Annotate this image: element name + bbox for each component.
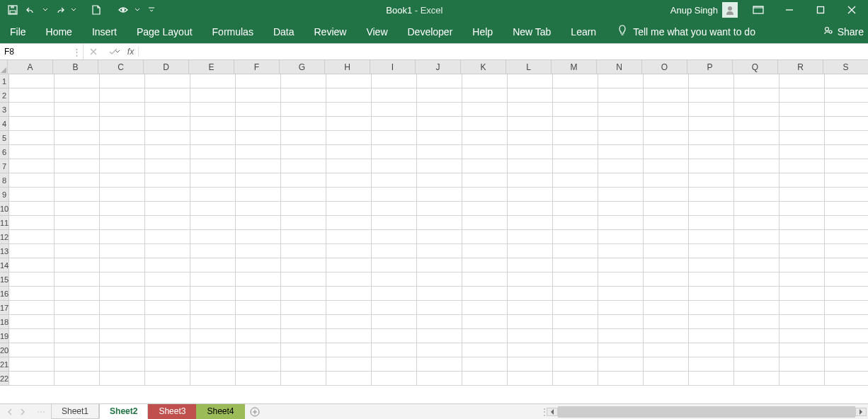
cell[interactable] <box>417 258 462 272</box>
cell[interactable] <box>372 301 417 315</box>
ribbon-tab-page-layout[interactable]: Page Layout <box>127 20 202 43</box>
cell[interactable] <box>598 287 644 301</box>
cell[interactable] <box>281 372 326 386</box>
cell[interactable] <box>55 145 100 159</box>
row-header[interactable]: 13 <box>0 244 9 258</box>
cell[interactable] <box>55 74 100 88</box>
cell[interactable] <box>644 258 689 272</box>
cell[interactable] <box>145 159 190 173</box>
cell[interactable] <box>508 103 553 117</box>
cell[interactable] <box>780 343 825 357</box>
cell[interactable] <box>462 173 508 188</box>
ribbon-tab-developer[interactable]: Developer <box>398 20 463 43</box>
cell[interactable] <box>598 244 644 258</box>
cell[interactable] <box>326 230 372 244</box>
cell[interactable] <box>553 173 598 188</box>
cell[interactable] <box>9 343 55 357</box>
scroll-left-icon[interactable] <box>547 408 558 416</box>
cell[interactable] <box>326 372 372 386</box>
cell[interactable] <box>553 329 598 343</box>
row-header[interactable]: 21 <box>0 357 9 372</box>
cell[interactable] <box>281 343 326 357</box>
cell[interactable] <box>326 258 372 272</box>
column-header[interactable]: Q <box>733 60 778 74</box>
cell[interactable] <box>190 188 236 202</box>
cell[interactable] <box>734 173 780 188</box>
cell[interactable] <box>281 88 326 103</box>
sheet-tab-sheet4[interactable]: Sheet4 <box>196 404 244 419</box>
cell[interactable] <box>145 145 190 159</box>
cell[interactable] <box>734 159 780 173</box>
cell[interactable] <box>508 230 553 244</box>
cell[interactable] <box>236 287 281 301</box>
cell[interactable] <box>372 103 417 117</box>
cell[interactable] <box>281 103 326 117</box>
column-header[interactable]: G <box>280 60 325 74</box>
cell[interactable] <box>553 216 598 230</box>
cell[interactable] <box>644 244 689 258</box>
cell[interactable] <box>281 357 326 372</box>
cell[interactable] <box>508 272 553 287</box>
cell[interactable] <box>689 202 734 216</box>
cell[interactable] <box>598 188 644 202</box>
cell[interactable] <box>462 145 508 159</box>
cell[interactable] <box>190 145 236 159</box>
cell[interactable] <box>825 103 868 117</box>
cell[interactable] <box>689 131 734 145</box>
ribbon-tab-insert[interactable]: Insert <box>82 20 127 43</box>
cell[interactable] <box>100 145 145 159</box>
cell[interactable] <box>326 357 372 372</box>
cell[interactable] <box>236 103 281 117</box>
row-header[interactable]: 15 <box>0 272 9 287</box>
cell[interactable] <box>145 329 190 343</box>
column-header[interactable]: C <box>98 60 144 74</box>
cell[interactable] <box>689 343 734 357</box>
cell[interactable] <box>372 117 417 131</box>
cell[interactable] <box>644 74 689 88</box>
cell[interactable] <box>100 88 145 103</box>
cell[interactable] <box>9 301 55 315</box>
cell[interactable] <box>508 244 553 258</box>
cell[interactable] <box>145 357 190 372</box>
cell[interactable] <box>190 103 236 117</box>
cell[interactable] <box>100 173 145 188</box>
cell[interactable] <box>780 159 825 173</box>
cell[interactable] <box>462 287 508 301</box>
user-account[interactable]: Anup Singh <box>670 2 738 18</box>
cell[interactable] <box>9 287 55 301</box>
cell[interactable] <box>825 287 868 301</box>
cell[interactable] <box>689 216 734 230</box>
new-sheet-button[interactable] <box>245 404 265 419</box>
cell[interactable] <box>372 329 417 343</box>
cell[interactable] <box>689 244 734 258</box>
cell[interactable] <box>780 88 825 103</box>
cell[interactable] <box>326 173 372 188</box>
sheet-nav-next-icon[interactable] <box>17 406 28 418</box>
cell[interactable] <box>508 315 553 329</box>
cell[interactable] <box>372 244 417 258</box>
row-header[interactable]: 18 <box>0 315 9 329</box>
cell[interactable] <box>236 315 281 329</box>
cell[interactable] <box>190 315 236 329</box>
cell[interactable] <box>825 357 868 372</box>
fx-label[interactable]: fx <box>123 47 139 57</box>
cancel-icon[interactable] <box>84 47 103 56</box>
cell[interactable] <box>462 88 508 103</box>
cell[interactable] <box>780 131 825 145</box>
cell[interactable] <box>462 74 508 88</box>
row-header[interactable]: 11 <box>0 216 9 230</box>
column-header[interactable]: J <box>416 60 461 74</box>
cell[interactable] <box>372 357 417 372</box>
cell[interactable] <box>462 103 508 117</box>
cell[interactable] <box>462 301 508 315</box>
cell[interactable] <box>598 159 644 173</box>
row-header[interactable]: 19 <box>0 329 9 343</box>
cell[interactable] <box>236 202 281 216</box>
cell[interactable] <box>281 301 326 315</box>
cell[interactable] <box>190 173 236 188</box>
cell[interactable] <box>734 372 780 386</box>
cell[interactable] <box>644 357 689 372</box>
cell[interactable] <box>190 202 236 216</box>
cell[interactable] <box>825 188 868 202</box>
cell[interactable] <box>508 88 553 103</box>
